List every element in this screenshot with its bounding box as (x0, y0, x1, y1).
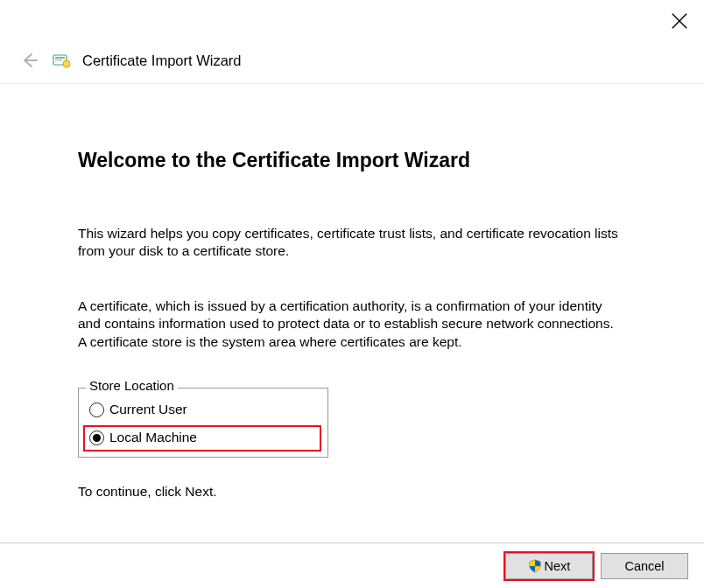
cancel-button[interactable]: Cancel (601, 553, 688, 579)
svg-point-5 (63, 60, 70, 67)
store-location-legend: Store Location (86, 378, 178, 393)
svg-rect-4 (55, 60, 62, 61)
certificate-icon (51, 50, 72, 71)
intro-paragraph-1: This wizard helps you copy certificates,… (78, 225, 621, 261)
radio-local-machine[interactable]: Local Machine (83, 425, 321, 452)
continue-text: To continue, click Next. (78, 484, 651, 500)
radio-label: Current User (109, 402, 187, 417)
wizard-title: Certificate Import Wizard (82, 52, 242, 69)
close-button[interactable] (667, 9, 692, 33)
radio-current-user[interactable]: Current User (89, 397, 317, 424)
page-heading: Welcome to the Certificate Import Wizard (78, 149, 651, 172)
uac-shield-icon (528, 559, 542, 573)
next-button[interactable]: Next (505, 553, 593, 579)
certificate-import-wizard-window: Certificate Import Wizard Welcome to the… (0, 0, 704, 588)
radio-icon (89, 430, 104, 445)
radio-label: Local Machine (109, 430, 197, 445)
back-button[interactable] (19, 50, 40, 71)
cancel-button-label: Cancel (624, 559, 664, 573)
store-location-group: Store Location Current User Local Machin… (78, 388, 651, 458)
next-button-label: Next (545, 559, 571, 573)
svg-rect-3 (55, 57, 65, 59)
wizard-footer: Next Cancel (0, 542, 704, 588)
wizard-content: Welcome to the Certificate Import Wizard… (0, 84, 704, 500)
close-icon (667, 9, 692, 33)
radio-icon (89, 402, 104, 417)
intro-paragraph-2: A certificate, which is issued by a cert… (78, 298, 621, 351)
wizard-header: Certificate Import Wizard (0, 0, 704, 84)
back-arrow-icon (19, 50, 40, 71)
